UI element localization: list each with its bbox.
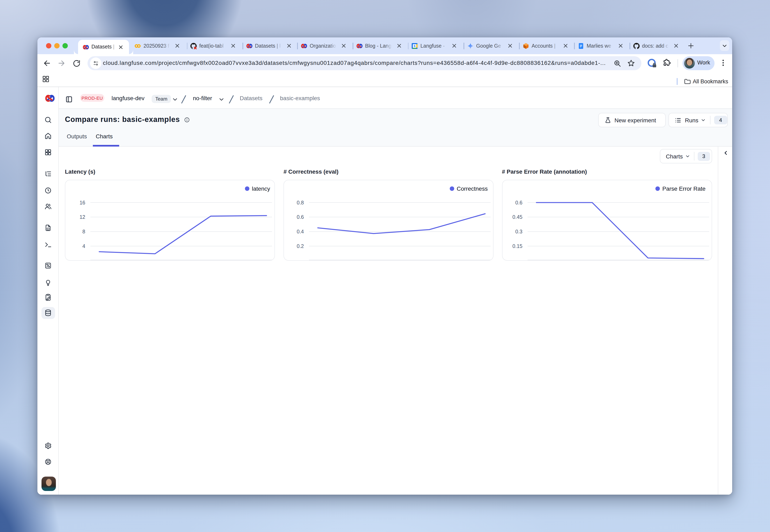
svg-text:8: 8 <box>82 229 85 234</box>
svg-text:16: 16 <box>79 200 85 205</box>
svg-text:0.6: 0.6 <box>297 214 304 220</box>
svg-text:0.4: 0.4 <box>297 229 304 234</box>
svg-text:0.15: 0.15 <box>512 243 522 249</box>
svg-text:0.2: 0.2 <box>297 243 304 249</box>
svg-text:0.3: 0.3 <box>515 229 522 234</box>
svg-text:Parse Error Rate: Parse Error Rate <box>662 186 705 192</box>
svg-text:0.45: 0.45 <box>512 214 522 220</box>
svg-text:latency: latency <box>252 186 270 192</box>
svg-text:6: 6 <box>414 44 416 47</box>
svg-text:Correctness: Correctness <box>457 186 488 192</box>
svg-text:0.8: 0.8 <box>297 200 304 205</box>
svg-text:12: 12 <box>79 214 85 220</box>
svg-text:0.6: 0.6 <box>515 200 522 205</box>
svg-text:4: 4 <box>82 243 85 249</box>
